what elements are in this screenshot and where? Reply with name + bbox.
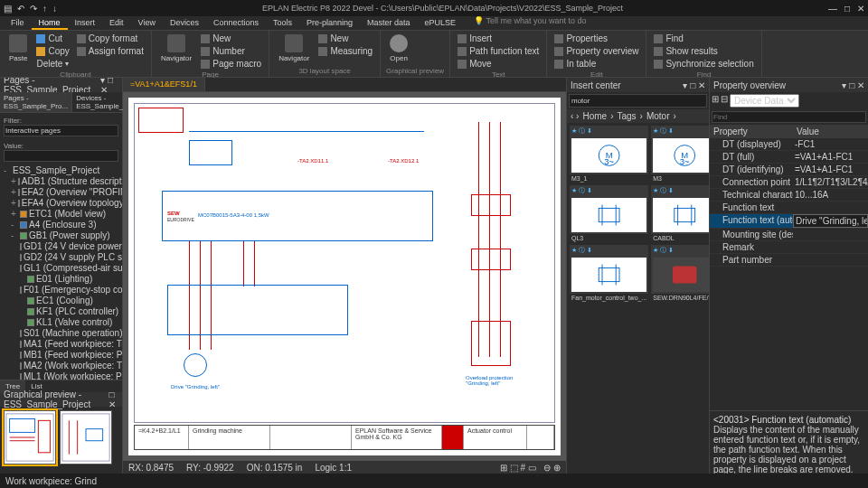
ribbon-tab-edit[interactable]: Edit (102, 16, 131, 30)
property-row[interactable]: Remark (710, 241, 868, 254)
minimize-button[interactable]: — (828, 4, 837, 14)
layout-new-button[interactable]: New (316, 33, 374, 44)
layout-navigator-button[interactable]: Navigator (275, 33, 313, 64)
zoom-controls[interactable]: ⊞ ⬚ # ▭ ⊖ ⊕ (500, 463, 561, 473)
ribbon-tab-tools[interactable]: Tools (266, 16, 299, 30)
ribbon-tab-pre-planning[interactable]: Pre-planning (299, 16, 360, 30)
properties-button[interactable]: Properties (552, 33, 640, 44)
tree-node[interactable]: ML1 (Work workpiece: Position) (2, 371, 120, 380)
copy-button[interactable]: Copy (34, 45, 71, 57)
ribbon-tab-insert[interactable]: Insert (68, 16, 103, 30)
ribbon-tab-view[interactable]: View (131, 16, 163, 30)
find-button[interactable]: Find (652, 33, 755, 44)
tree-node[interactable]: EC1 (Cooling) (2, 296, 120, 306)
new-page-button[interactable]: New (199, 33, 263, 44)
insert-text-button[interactable]: Insert (456, 33, 541, 44)
status-ry: RY: -0.9922 (186, 463, 234, 473)
paste-button[interactable]: Paste (5, 33, 31, 64)
tree-node[interactable]: KF1 (PLC controller) (2, 306, 120, 317)
filter-input[interactable] (4, 125, 118, 136)
property-row[interactable]: DT (identifying)=VA1+A1-FC1 (710, 164, 868, 176)
page-navigator-button[interactable]: Navigator (157, 33, 195, 64)
in-table-button[interactable]: In table (552, 58, 640, 70)
qat-icon[interactable]: ▤ (4, 4, 12, 14)
status-on: ON: 0.1575 in (247, 463, 303, 473)
svg-text:3~: 3~ (604, 156, 614, 166)
ribbon-tab-file[interactable]: File (4, 16, 32, 30)
cut-button[interactable]: Cut (34, 33, 71, 44)
ribbon-tab-home[interactable]: Home (32, 16, 68, 30)
qat-redo[interactable]: ↷ (30, 4, 37, 14)
preview-thumb[interactable] (4, 410, 56, 465)
category-select[interactable]: Device Data (730, 94, 799, 108)
open-preview-button[interactable]: Open (386, 33, 411, 64)
props-find-input[interactable] (712, 111, 866, 123)
pages-subtab[interactable]: Pages - ESS_Sample_Pro... (0, 92, 72, 112)
ribbon-tab-epulse[interactable]: ePULSE (418, 16, 464, 30)
property-row[interactable]: DT (displayed)-FC1 (710, 138, 868, 151)
prop-desc-title: <20031> Function text (automatic) (713, 415, 864, 425)
breadcrumb[interactable]: ‹ › Home› Tags› Motor› (567, 109, 709, 123)
ribbon-tab-devices[interactable]: Devices (163, 16, 206, 30)
statusbar-text: Work workpiece: Grind (5, 476, 97, 486)
show-results-button[interactable]: Show results (652, 45, 755, 57)
property-row[interactable]: Technical characteristics10...16A (710, 189, 868, 202)
preview-thumb[interactable] (60, 410, 112, 465)
tree-node[interactable]: +ADB1 (Structure description) (2, 176, 120, 187)
move-text-button[interactable]: Move (456, 58, 541, 70)
ribbon-tab-connections[interactable]: Connections (206, 16, 266, 30)
property-row[interactable]: Function text (automa...Drive "Grinding,… (710, 214, 868, 229)
insert-search-input[interactable] (569, 94, 707, 108)
tree-node[interactable]: +EFA2 (Overview "PROFINET") (2, 187, 120, 198)
number-button[interactable]: Number (199, 45, 263, 57)
tree-node[interactable]: F01 (Emergency-stop control) (2, 285, 120, 296)
drawing-canvas[interactable]: SEW EURODRIVE MC07B0015-5A3-4-00 1,5kW D… (123, 92, 566, 461)
props-pin-icon[interactable]: ▾ □ ✕ (842, 80, 864, 90)
tree-node[interactable]: +EFA4 (Overview topology) (2, 198, 120, 209)
tree-node[interactable]: +ETC1 (Model view) (2, 209, 120, 220)
path-fn-text-button[interactable]: Path function text (456, 45, 541, 57)
measuring-button[interactable]: Measuring (316, 45, 374, 57)
maximize-button[interactable]: □ (844, 4, 850, 14)
property-row[interactable]: DT (full)=VA1+A1-FC1 (710, 151, 868, 164)
tree-node[interactable]: -A4 (Enclosure 3) (2, 220, 120, 230)
document-tab[interactable]: =VA1+A1&EFS1/1 (123, 78, 205, 91)
qat-down[interactable]: ↓ (52, 4, 57, 14)
sync-selection-button[interactable]: Synchronize selection (652, 58, 755, 70)
qat-up[interactable]: ↑ (42, 4, 47, 14)
close-button[interactable]: ✕ (857, 4, 864, 14)
tree-node[interactable]: GD2 (24 V supply PLC signals) (2, 252, 120, 263)
qat-undo[interactable]: ↶ (17, 4, 24, 14)
tree-node[interactable]: E01 (Lighting) (2, 274, 120, 285)
property-row[interactable]: Mounting site (describ... (710, 229, 868, 241)
svg-rect-30 (673, 267, 697, 284)
tree-node[interactable]: MB1 (Feed workpiece: Position) (2, 350, 120, 361)
insert-card[interactable]: ★ ⓘ ⬇M3~M3_1 (570, 126, 648, 183)
tree-node[interactable]: GD1 (24 V device power supply) (2, 241, 120, 252)
property-row[interactable]: Function text (710, 202, 868, 214)
prop-desc-body: Displays the content of the manually ent… (713, 425, 864, 474)
props-toolbar-icon[interactable]: ⊞ (712, 94, 719, 108)
property-row[interactable]: Part number (710, 254, 868, 267)
delete-button[interactable]: Delete ▾ (34, 58, 71, 70)
tree-node[interactable]: S01 (Machine operation) (2, 328, 120, 339)
tree-node[interactable]: MA2 (Work workpiece: Transport) (2, 361, 120, 371)
tell-me-input[interactable]: 💡 Tell me what you want to do (474, 16, 586, 30)
tree-node[interactable]: MA1 (Feed workpiece: Transport) (2, 339, 120, 350)
ribbon-tab-master data[interactable]: Master data (360, 16, 418, 30)
property-overview-button[interactable]: Property overview (552, 45, 640, 57)
tree-node[interactable]: KL1 (Valve control) (2, 317, 120, 328)
property-row[interactable]: Connection point desi...1/L1¶2/T1¶3/L2¶4… (710, 176, 868, 189)
page-macro-button[interactable]: Page macro (199, 58, 263, 70)
insert-card[interactable]: ★ ⓘ ⬇QL3 (570, 185, 648, 242)
copy-format-button[interactable]: Copy format (75, 33, 146, 44)
props-toolbar-icon[interactable]: ⊟ (721, 94, 728, 108)
insert-pin-icon[interactable]: ▾ □ ✕ (683, 80, 705, 90)
insert-card[interactable]: ★ ⓘ ⬇Fan_motor_control_two_... (570, 245, 648, 302)
window-title: EPLAN Electric P8 2022 Devel - C:\Users\… (262, 4, 623, 13)
assign-format-button[interactable]: Assign format (75, 45, 146, 57)
tree-node[interactable]: -ESS_Sample_Project (2, 165, 120, 176)
tree-node[interactable]: -GB1 (Power supply) (2, 230, 120, 241)
value-input[interactable] (4, 150, 118, 162)
tree-node[interactable]: GL1 (Compressed-air supply) (2, 263, 120, 274)
